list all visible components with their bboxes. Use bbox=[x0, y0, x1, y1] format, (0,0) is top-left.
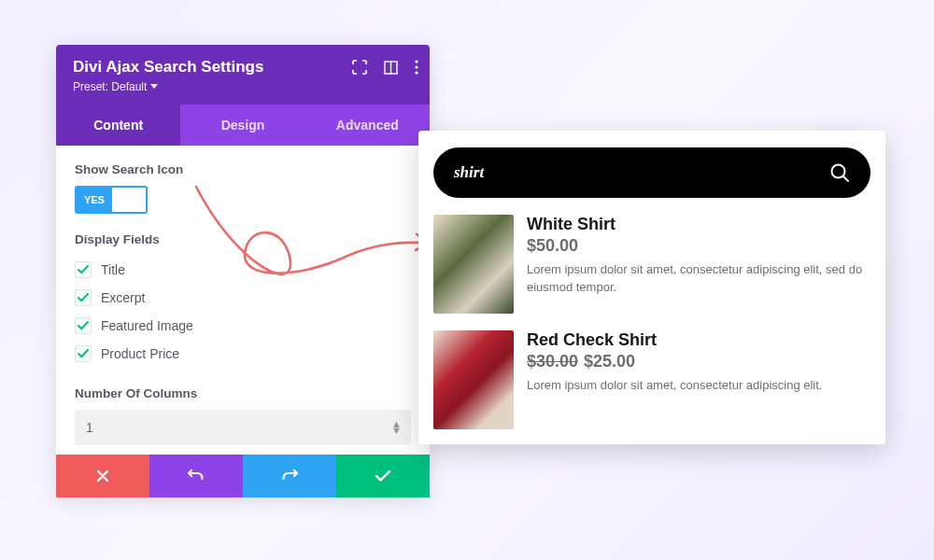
result-thumbnail bbox=[433, 215, 514, 314]
show-search-icon-toggle[interactable]: YES bbox=[75, 186, 148, 214]
checkbox-icon bbox=[75, 317, 92, 334]
result-price: $30.00$25.00 bbox=[527, 352, 822, 371]
field-label: Product Price bbox=[101, 346, 179, 361]
result-title: Red Check Shirt bbox=[527, 330, 822, 350]
result-thumbnail bbox=[433, 330, 514, 429]
toggle-yes-label: YES bbox=[77, 188, 112, 212]
columns-select[interactable]: 1 ▲▼ bbox=[75, 410, 411, 445]
result-item[interactable]: Red Check Shirt $30.00$25.00 Lorem ipsum… bbox=[433, 330, 865, 429]
svg-point-4 bbox=[415, 71, 417, 74]
field-title[interactable]: Title bbox=[75, 256, 411, 284]
layout-icon[interactable] bbox=[384, 61, 398, 75]
check-icon bbox=[375, 470, 390, 482]
select-arrows-icon: ▲▼ bbox=[391, 421, 402, 434]
search-results-preview: shirt White Shirt $50.00 Lorem ipsum dol… bbox=[418, 131, 885, 444]
results-list[interactable]: White Shirt $50.00 Lorem ipsum dolor sit… bbox=[433, 215, 870, 429]
display-fields-label: Display Fields bbox=[75, 232, 411, 246]
redo-icon bbox=[281, 469, 298, 483]
checkbox-icon bbox=[75, 261, 92, 278]
chevron-down-icon bbox=[150, 84, 158, 90]
result-info: Red Check Shirt $30.00$25.00 Lorem ipsum… bbox=[527, 330, 822, 429]
field-product-price[interactable]: Product Price bbox=[75, 340, 411, 368]
result-price: $50.00 bbox=[527, 236, 865, 256]
tabs: Content Design Advanced bbox=[56, 105, 430, 146]
columns-value: 1 bbox=[86, 420, 93, 435]
result-desc: Lorem ipsum dolor sit amet, consectetur … bbox=[527, 261, 865, 297]
preset-selector[interactable]: Preset: Default bbox=[73, 80, 413, 93]
result-old-price: $30.00 bbox=[527, 352, 578, 371]
toggle-knob bbox=[114, 189, 144, 210]
field-label: Featured Image bbox=[101, 318, 193, 333]
tab-advanced[interactable]: Advanced bbox=[305, 105, 430, 146]
columns-label: Number Of Columns bbox=[75, 386, 411, 400]
more-icon[interactable] bbox=[415, 60, 418, 75]
redo-button[interactable] bbox=[243, 455, 336, 497]
panel-body: Show Search Icon YES Display Fields Titl… bbox=[56, 146, 430, 455]
checkbox-icon bbox=[75, 345, 92, 362]
tab-design[interactable]: Design bbox=[180, 105, 304, 146]
svg-point-3 bbox=[415, 65, 417, 68]
focus-icon[interactable] bbox=[352, 60, 367, 75]
result-title: White Shirt bbox=[527, 215, 865, 234]
result-info: White Shirt $50.00 Lorem ipsum dolor sit… bbox=[527, 215, 865, 314]
search-bar[interactable]: shirt bbox=[433, 147, 870, 198]
undo-icon bbox=[188, 469, 205, 483]
display-fields-list: Title Excerpt Featured Image Product Pri… bbox=[75, 256, 411, 368]
result-desc: Lorem ipsum dolor sit amet, consectetur … bbox=[527, 377, 822, 395]
panel-header: Divi Ajax Search Settings Preset: Defaul… bbox=[56, 45, 430, 105]
field-excerpt[interactable]: Excerpt bbox=[75, 284, 411, 312]
show-search-icon-label: Show Search Icon bbox=[75, 162, 411, 176]
result-item[interactable]: White Shirt $50.00 Lorem ipsum dolor sit… bbox=[433, 215, 865, 314]
field-featured-image[interactable]: Featured Image bbox=[75, 312, 411, 340]
preset-label: Preset: Default bbox=[73, 80, 147, 93]
close-icon bbox=[96, 469, 109, 483]
field-label: Title bbox=[101, 262, 125, 277]
search-query: shirt bbox=[454, 163, 484, 182]
svg-point-2 bbox=[415, 60, 417, 63]
settings-panel: Divi Ajax Search Settings Preset: Defaul… bbox=[56, 45, 430, 497]
result-current-price: $25.00 bbox=[584, 352, 635, 371]
field-label: Excerpt bbox=[101, 290, 145, 305]
undo-button[interactable] bbox=[149, 455, 243, 497]
checkbox-icon bbox=[75, 289, 92, 306]
tab-content[interactable]: Content bbox=[56, 105, 180, 146]
cancel-button[interactable] bbox=[56, 455, 149, 497]
action-bar bbox=[56, 455, 430, 497]
search-icon[interactable] bbox=[829, 162, 850, 183]
save-button[interactable] bbox=[336, 455, 430, 497]
